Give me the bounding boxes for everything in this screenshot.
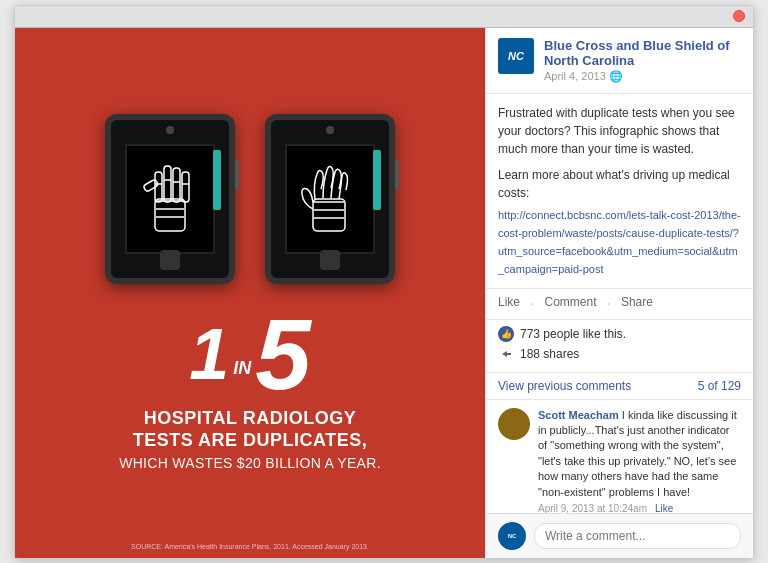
comment-input[interactable] — [534, 523, 741, 549]
tablet-side-btn — [235, 160, 239, 190]
tablet-right — [265, 114, 395, 284]
current-user-avatar: NC — [498, 522, 526, 550]
view-previous-comments[interactable]: View previous comments 5 of 129 — [486, 373, 753, 400]
tablet-screen-left — [125, 144, 215, 254]
comment-action[interactable]: Comment — [544, 295, 596, 313]
tablet-side-btn-2 — [395, 160, 399, 190]
shares-stat: 188 shares — [498, 346, 741, 362]
fb-header-info: Blue Cross and Blue Shield of North Caro… — [544, 38, 741, 83]
big-stat: 1 IN 5 — [119, 304, 381, 404]
svg-rect-2 — [164, 166, 171, 202]
tablet-left — [105, 114, 235, 284]
svg-rect-4 — [182, 172, 189, 202]
commenter-avatar-1 — [498, 408, 530, 440]
share-action[interactable]: Share — [621, 295, 653, 313]
stat-number-5: 5 — [255, 304, 311, 404]
window-body: 1 IN 5 HOSPITAL RADIOLOGY TESTS ARE DUPL… — [15, 28, 753, 558]
comments-section: Scott Meacham I kinda like discussing it… — [486, 400, 753, 513]
fb-post-header: NC Blue Cross and Blue Shield of North C… — [486, 28, 753, 94]
titlebar — [15, 6, 753, 28]
hand-xray-closed-icon — [295, 154, 365, 244]
svg-rect-5 — [143, 179, 159, 192]
comment-text-1: I kinda like discussing it in publicly..… — [538, 409, 737, 498]
share-icon — [498, 346, 514, 362]
like-icon — [498, 326, 514, 342]
svg-rect-0 — [155, 199, 185, 231]
stat-number-1: 1 — [189, 318, 229, 390]
hand-xray-icon — [135, 154, 205, 244]
page-avatar: NC — [498, 38, 534, 74]
teal-strip-left — [213, 150, 221, 210]
fb-page-name[interactable]: Blue Cross and Blue Shield of North Caro… — [544, 38, 741, 69]
stat-description-1: HOSPITAL RADIOLOGY — [119, 408, 381, 430]
comment-body-1: Scott Meacham I kinda like discussing it… — [538, 408, 741, 513]
stat-description-3: WHICH WASTES $20 BILLION A YEAR. — [119, 455, 381, 471]
main-window: 1 IN 5 HOSPITAL RADIOLOGY TESTS ARE DUPL… — [14, 5, 754, 559]
comment-date-1: April 9, 2013 at 10:24am Like — [538, 502, 741, 512]
comment-like-1[interactable]: Like — [655, 502, 673, 512]
fb-post-body: Frustrated with duplicate tests when you… — [486, 94, 753, 289]
fb-action-bar: Like · Comment · Share — [486, 289, 753, 320]
fb-post-text2: Learn more about what's driving up medic… — [498, 166, 741, 202]
close-button[interactable] — [733, 10, 745, 22]
stat-description-2: TESTS ARE DUPLICATES, — [119, 430, 381, 452]
tablet-screen-right — [285, 144, 375, 254]
tablets-row — [105, 114, 395, 284]
stat-in: IN — [233, 358, 251, 379]
like-action[interactable]: Like — [498, 295, 520, 313]
infographic-panel: 1 IN 5 HOSPITAL RADIOLOGY TESTS ARE DUPL… — [15, 28, 485, 558]
comment-author-1: Scott Meacham — [538, 409, 619, 421]
likes-stat: 773 people like this. — [498, 326, 741, 342]
likes-count: 773 people like this. — [520, 327, 626, 341]
facebook-panel: NC Blue Cross and Blue Shield of North C… — [485, 28, 753, 558]
teal-strip-right — [373, 150, 381, 210]
shares-count: 188 shares — [520, 347, 579, 361]
fb-stats-section: 773 people like this. 188 shares — [486, 320, 753, 373]
fb-post-main-text: Frustrated with duplicate tests when you… — [498, 104, 741, 158]
stat-text-section: 1 IN 5 HOSPITAL RADIOLOGY TESTS ARE DUPL… — [109, 304, 391, 471]
source-text: SOURCE: America's Health Insurance Plans… — [131, 543, 369, 550]
fb-post-date: April 4, 2013 🌐 — [544, 70, 741, 83]
svg-rect-13 — [313, 199, 345, 231]
svg-rect-3 — [173, 168, 180, 202]
comment-item: Scott Meacham I kinda like discussing it… — [486, 400, 753, 513]
comment-input-area: NC — [486, 513, 753, 558]
fb-post-link[interactable]: http://connect.bcbsnc.com/lets-talk-cost… — [498, 209, 741, 275]
